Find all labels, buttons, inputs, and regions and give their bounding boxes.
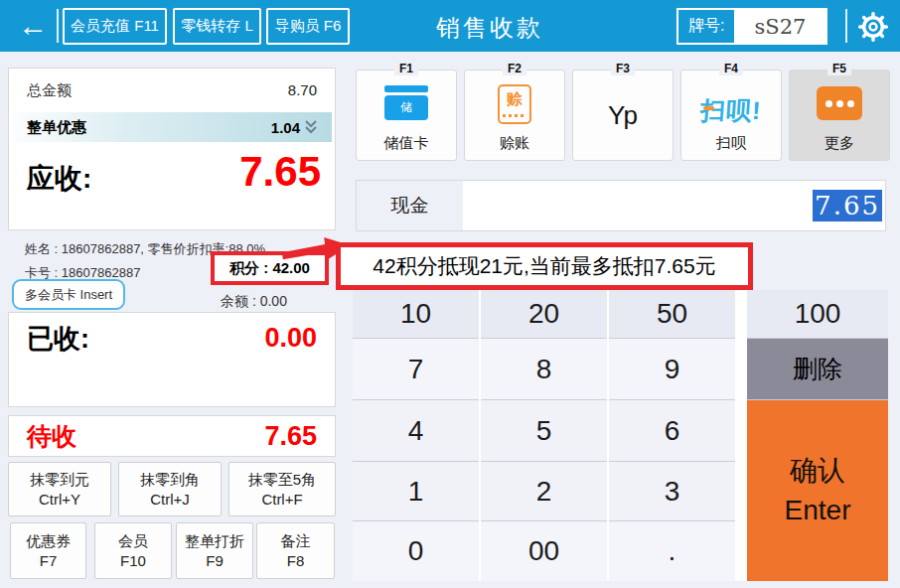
payment-tab-yp-label: Yp [573, 71, 673, 160]
saobei-logo: 扫呗! [681, 94, 781, 127]
credit-receipt-icon: 赊 [498, 84, 531, 124]
member-label: 会员 [118, 531, 148, 551]
numpad-key-20[interactable]: 20 [481, 290, 607, 338]
payment-tab-f2-key: F2 [503, 62, 526, 75]
payment-tab-more-label: 更多 [790, 134, 889, 153]
member-shortcut: F10 [120, 551, 146, 571]
amount-due-label: 应收: [27, 160, 91, 198]
order-discount-row[interactable]: 整单优惠 1.04 [12, 112, 332, 142]
numpad-key-2[interactable]: 2 [481, 461, 607, 520]
chevron-double-down-icon [305, 120, 317, 134]
payment-tab-stored-card[interactable]: F1 储 储值卡 [356, 70, 457, 161]
member-recharge-button[interactable]: 会员充值 F11 [63, 8, 167, 45]
round-to-5jiao-label: 抹零至5角 [248, 470, 316, 490]
member-balance-value: 余额 : 0.00 [221, 293, 287, 311]
payment-tab-more[interactable]: F5 更多 [789, 70, 890, 161]
cash-input-row: 现金 7.65 [356, 180, 886, 231]
plate-number-group: 牌号: sS27 [676, 8, 827, 45]
numpad-confirm-enter-label: Enter [785, 491, 851, 530]
coupon-shortcut: F7 [40, 551, 58, 571]
total-amount-value: 8.70 [288, 81, 317, 98]
whole-order-discount-button[interactable]: 整单打折 F9 [176, 522, 253, 579]
numpad-key-4[interactable]: 4 [353, 399, 479, 461]
whole-order-discount-shortcut: F9 [206, 551, 224, 571]
amount-due-value: 7.65 [239, 148, 321, 196]
numpad-key-7[interactable]: 7 [353, 338, 479, 399]
payment-tab-credit[interactable]: F2 赊 赊账 [464, 70, 565, 161]
coupon-button[interactable]: 优惠券 F7 [10, 522, 86, 579]
order-discount-label: 整单优惠 [27, 118, 86, 137]
back-icon[interactable]: ← [12, 5, 54, 47]
remark-shortcut: F8 [287, 551, 305, 571]
numpad-confirm-button[interactable]: 确认 Enter [747, 399, 888, 581]
received-card: 已收: 0.00 [8, 312, 336, 407]
numpad-confirm-label: 确认 [790, 451, 845, 491]
numpad: 10 20 50 100 7 8 9 删除 4 5 6 确认 Enter 1 2… [353, 290, 888, 581]
pending-card: 待收 7.65 [8, 415, 336, 457]
plate-number-input[interactable]: sS27 [734, 10, 825, 43]
numpad-key-00[interactable]: 00 [481, 520, 607, 581]
page-title: 销售收款 [415, 12, 564, 44]
remark-label: 备注 [281, 531, 311, 551]
payment-tab-credit-label: 赊账 [465, 134, 564, 153]
total-amount-label: 总金额 [27, 81, 72, 100]
payment-tab-f5-key: F5 [827, 62, 851, 75]
plate-number-label: 牌号: [678, 10, 734, 43]
round-to-yuan-label: 抹零到元 [30, 470, 89, 490]
pending-value: 7.65 [264, 421, 317, 452]
change-deposit-button[interactable]: 零钱转存 L [173, 8, 261, 45]
numpad-key-50[interactable]: 50 [609, 290, 735, 338]
topbar-divider-left [57, 9, 59, 43]
numpad-key-dot[interactable]: . [609, 520, 735, 581]
numpad-key-1[interactable]: 1 [353, 461, 479, 520]
received-label: 已收: [27, 321, 89, 357]
numpad-key-0[interactable]: 0 [353, 520, 479, 581]
numpad-key-6[interactable]: 6 [609, 399, 735, 461]
round-to-5jiao-button[interactable]: 抹零至5角 Ctrl+F [228, 462, 336, 516]
round-to-jiao-shortcut: Ctrl+J [150, 490, 190, 510]
guide-button[interactable]: 导购员 F6 [266, 8, 350, 45]
cash-amount-selected-value: 7.65 [813, 190, 882, 221]
numpad-key-9[interactable]: 9 [609, 338, 735, 399]
multi-member-card-button[interactable]: 多会员卡 Insert [12, 279, 125, 310]
payment-tab-f4-key: F4 [719, 62, 743, 75]
cash-amount-input[interactable]: 7.65 [463, 181, 885, 230]
whole-order-discount-label: 整单打折 [185, 531, 244, 551]
numpad-key-100[interactable]: 100 [747, 290, 888, 338]
cash-label: 现金 [357, 181, 463, 230]
numpad-key-5[interactable]: 5 [481, 399, 607, 461]
payment-tab-yp[interactable]: F3 Yp [572, 70, 674, 161]
member-button[interactable]: 会员 F10 [94, 522, 172, 579]
numpad-delete-button[interactable]: 删除 [747, 338, 888, 399]
stored-card-icon: 储 [384, 85, 428, 120]
payment-tab-saobei-label: 扫呗 [681, 134, 781, 153]
round-to-jiao-label: 抹零到角 [140, 470, 200, 490]
payment-tab-f1-key: F1 [394, 62, 418, 75]
payment-tab-saobei[interactable]: F4 扫呗! 扫呗 [680, 70, 782, 161]
numpad-key-3[interactable]: 3 [609, 461, 735, 520]
order-summary-card: 总金额 8.70 整单优惠 1.04 应收: 7.65 [8, 68, 336, 230]
order-discount-value: 1.04 [271, 119, 300, 136]
round-to-5jiao-shortcut: Ctrl+F [261, 490, 302, 510]
points-deduction-tip: 42积分抵现21元,当前最多抵扣7.65元 [336, 242, 753, 290]
payment-tab-stored-card-label: 储值卡 [357, 134, 456, 153]
saobei-logo-accent [703, 106, 714, 110]
numpad-key-10[interactable]: 10 [353, 290, 479, 338]
gear-icon[interactable] [854, 8, 892, 45]
numpad-key-8[interactable]: 8 [481, 338, 607, 399]
points-deduction-tip-text: 42积分抵现21元,当前最多抵扣7.65元 [373, 252, 715, 280]
received-value: 0.00 [264, 323, 317, 354]
topbar-divider-right [845, 9, 847, 43]
round-to-yuan-shortcut: Ctrl+Y [39, 490, 80, 510]
round-to-jiao-button[interactable]: 抹零到角 Ctrl+J [118, 462, 222, 516]
remark-button[interactable]: 备注 F8 [256, 522, 335, 579]
more-dots-icon [817, 86, 862, 120]
top-bar: ← 会员充值 F11 零钱转存 L 导购员 F6 销售收款 牌号: sS27 [0, 0, 900, 52]
round-to-yuan-button[interactable]: 抹零到元 Ctrl+Y [8, 462, 111, 516]
pending-label: 待收 [27, 420, 76, 453]
coupon-label: 优惠券 [26, 531, 71, 551]
